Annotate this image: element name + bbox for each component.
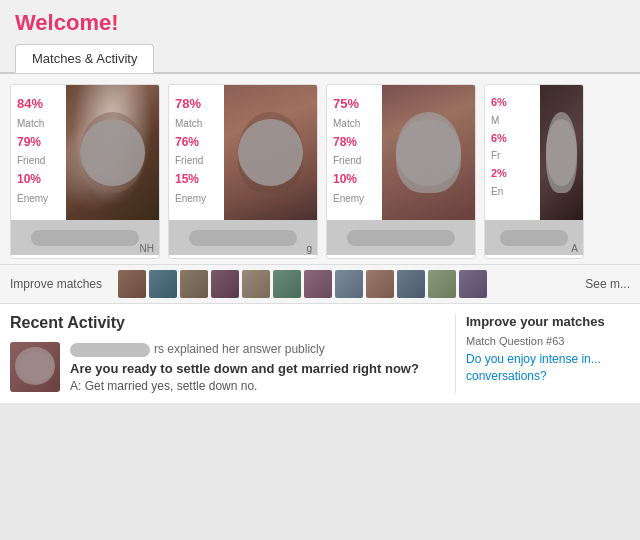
match-stats: 84% Match 79% Friend 10% Enemy: [11, 85, 66, 220]
match-photo: [66, 85, 159, 220]
match-pct: 75%: [333, 93, 376, 115]
enemy-label: Enemy: [333, 190, 376, 207]
thumb-photo: [366, 270, 394, 298]
photo-placeholder: [224, 85, 317, 220]
thumb-strip: [118, 270, 577, 298]
thumb-photo: [273, 270, 301, 298]
activity-avatar[interactable]: [10, 342, 60, 392]
thumb-item[interactable]: [459, 270, 487, 298]
match-name-blur: [31, 230, 140, 246]
friend-label: Friend: [175, 152, 218, 169]
friend-pct: 79%: [17, 132, 60, 152]
thumb-photo: [397, 270, 425, 298]
match-location: NH: [140, 243, 154, 254]
match-label: Match: [17, 115, 60, 132]
enemy-pct: 15%: [175, 169, 218, 189]
match-stats: 75% Match 78% Friend 10% Enemy: [327, 85, 382, 220]
thumb-item[interactable]: [149, 270, 177, 298]
face-blur: [546, 119, 576, 187]
activity-answer: A: Get married yes, settle down no.: [70, 379, 419, 393]
matches-cards: 84% Match 79% Friend 10% Enemy: [10, 84, 630, 259]
thumb-photo: [180, 270, 208, 298]
friend-label: Friend: [17, 152, 60, 169]
thumb-item[interactable]: [366, 270, 394, 298]
match-label: M: [491, 112, 534, 129]
friend-label: Friend: [333, 152, 376, 169]
activity-description: rs explained her answer publicly: [70, 342, 419, 357]
match-question-link[interactable]: Do you enjoy intense in... conversations…: [466, 351, 630, 385]
header: Welcome! Matches & Activity: [0, 0, 640, 73]
match-card[interactable]: 84% Match 79% Friend 10% Enemy: [10, 84, 160, 259]
match-name-blur: [189, 230, 298, 246]
enemy-pct: 10%: [17, 169, 60, 189]
thumb-item[interactable]: [242, 270, 270, 298]
friend-label: Fr: [491, 147, 534, 164]
friend-pct: 78%: [333, 132, 376, 152]
improve-sidebar-title: Improve your matches: [466, 314, 630, 329]
enemy-pct: 10%: [333, 169, 376, 189]
thumb-item[interactable]: [273, 270, 301, 298]
activity-section: Recent Activity rs explained her answer …: [0, 304, 640, 403]
match-question-label: Match Question #63: [466, 335, 630, 347]
match-label: Match: [175, 115, 218, 132]
thumb-item[interactable]: [397, 270, 425, 298]
thumb-photo: [118, 270, 146, 298]
match-stats: 78% Match 76% Friend 15% Enemy: [169, 85, 224, 220]
friend-pct: 6%: [491, 129, 534, 148]
match-label: Match: [333, 115, 376, 132]
match-name-blur: [500, 230, 569, 246]
face-blur: [80, 119, 145, 187]
match-footer: A: [485, 220, 583, 255]
improve-strip: Improve matches See m...: [0, 265, 640, 304]
thumb-item[interactable]: [428, 270, 456, 298]
main-content: 84% Match 79% Friend 10% Enemy: [0, 73, 640, 403]
activity-item: rs explained her answer publicly Are you…: [10, 342, 445, 393]
photo-placeholder: [382, 85, 475, 220]
match-footer: NH: [11, 220, 159, 255]
thumb-item[interactable]: [211, 270, 239, 298]
thumb-photo: [149, 270, 177, 298]
enemy-label: En: [491, 183, 534, 200]
recent-activity: Recent Activity rs explained her answer …: [10, 314, 445, 393]
improve-label: Improve matches: [10, 277, 110, 291]
see-more-link[interactable]: See m...: [585, 277, 630, 291]
match-footer: g: [169, 220, 317, 255]
thumb-photo: [335, 270, 363, 298]
thumb-photo: [242, 270, 270, 298]
match-card[interactable]: 75% Match 78% Friend 10% Enemy: [326, 84, 476, 259]
match-location: g: [306, 243, 312, 254]
activity-face-blur: [15, 347, 55, 385]
thumb-item[interactable]: [180, 270, 208, 298]
thumb-item[interactable]: [304, 270, 332, 298]
tabs-bar: Matches & Activity: [15, 44, 625, 72]
match-card[interactable]: 6% M 6% Fr 2% En A: [484, 84, 584, 259]
thumb-photo: [211, 270, 239, 298]
match-pct: 84%: [17, 93, 60, 115]
match-footer: [327, 220, 475, 255]
improve-sidebar: Improve your matches Match Question #63 …: [455, 314, 630, 393]
friend-pct: 76%: [175, 132, 218, 152]
match-stats: 6% M 6% Fr 2% En: [485, 85, 540, 220]
activity-question: Are you ready to settle down and get mar…: [70, 361, 419, 376]
enemy-pct: 2%: [491, 164, 534, 183]
match-photo: [540, 85, 583, 220]
activity-content: rs explained her answer publicly Are you…: [70, 342, 419, 393]
match-pct: 78%: [175, 93, 218, 115]
face-blur: [238, 119, 303, 187]
match-photo: [382, 85, 475, 220]
face-blur: [396, 119, 461, 187]
tab-matches-activity[interactable]: Matches & Activity: [15, 44, 154, 73]
activity-title: Recent Activity: [10, 314, 445, 332]
thumb-photo: [428, 270, 456, 298]
match-pct: 6%: [491, 93, 534, 112]
matches-section: 84% Match 79% Friend 10% Enemy: [0, 74, 640, 265]
enemy-label: Enemy: [175, 190, 218, 207]
match-photo: [224, 85, 317, 220]
match-location: A: [571, 243, 578, 254]
thumb-item[interactable]: [335, 270, 363, 298]
match-card[interactable]: 78% Match 76% Friend 15% Enemy: [168, 84, 318, 259]
thumb-photo: [459, 270, 487, 298]
enemy-label: Enemy: [17, 190, 60, 207]
thumb-item[interactable]: [118, 270, 146, 298]
match-name-blur: [347, 230, 456, 246]
